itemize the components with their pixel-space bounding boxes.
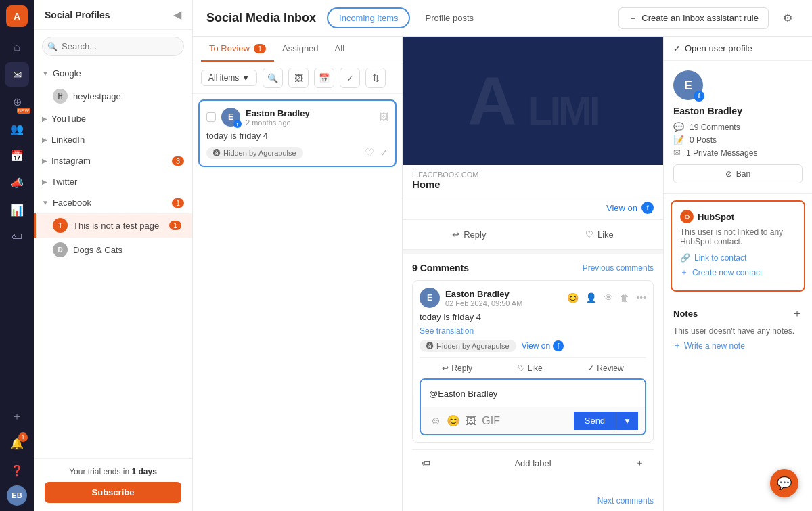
comment-review-btn[interactable]: ✓ Review [587, 363, 623, 373]
sidebar-group-google[interactable]: ▼ Google [34, 63, 192, 84]
filter-all-items[interactable]: All items ▼ [201, 70, 257, 86]
write-note-btn[interactable]: ＋ Write a new note [673, 340, 803, 351]
post-reply-btn[interactable]: ↩ Reply [444, 227, 494, 242]
search-input[interactable] [42, 37, 184, 56]
sidebar-collapse-icon[interactable]: ◀ [173, 8, 181, 21]
user-stat-comments: 💬 19 Comments [673, 122, 803, 132]
sidebar-group-youtube[interactable]: ▶ YouTube [34, 108, 192, 129]
comment-view-on-fb[interactable]: View on f [522, 340, 564, 351]
filter-search-btn[interactable]: 🔍 [263, 68, 283, 88]
nav-megaphone[interactable]: 📣 [5, 171, 29, 195]
notification-badge: 1 [18, 432, 28, 442]
nav-tag[interactable]: 🏷 [5, 225, 29, 249]
add-label-row[interactable]: 🏷 Add label ＋ [412, 449, 654, 476]
like-action-icon[interactable]: ♡ [365, 146, 374, 159]
nav-chart[interactable]: 📊 [5, 198, 29, 222]
prev-comments-link[interactable]: Previous comments [583, 263, 654, 273]
filter-date-btn[interactable]: 📅 [314, 68, 334, 88]
nav-bell[interactable]: 🔔 1 [5, 431, 29, 456]
inbox-filters: All items ▼ 🔍 🖼 📅 ✓ ⇅ [193, 62, 402, 94]
comments-section: 9 Comments Previous comments E Easton Br… [403, 254, 663, 491]
sidebar-group-linkedin-label: LinkedIn [51, 135, 85, 145]
link-to-contact-btn[interactable]: 🔗 Link to contact [680, 253, 796, 263]
reply-input[interactable] [421, 380, 645, 407]
inbox-tab-assigned[interactable]: Assigned [274, 37, 326, 62]
tab-incoming-items[interactable]: Incoming items [327, 7, 410, 28]
send-dropdown-button[interactable]: ▼ [616, 412, 638, 430]
user-fb-badge-icon: f [694, 91, 704, 102]
ban-button[interactable]: ⊘ Ban [673, 164, 803, 183]
subscribe-button[interactable]: Subscribe [45, 482, 181, 503]
filter-image-btn[interactable]: 🖼 [288, 68, 309, 88]
emoji2-icon[interactable]: 😊 [444, 413, 463, 428]
trash-icon[interactable]: 🗑 [620, 292, 629, 303]
sidebar-group-youtube-label: YouTube [51, 114, 86, 124]
sidebar-title: Social Profiles [45, 9, 110, 20]
translate-link[interactable]: See translation [420, 326, 646, 336]
nav-avatar[interactable]: EB [7, 485, 27, 506]
nav-calendar[interactable]: 📅 [5, 143, 29, 168]
post-link-title: Home [412, 179, 654, 190]
sidebar-search-area: 🔍 [34, 30, 192, 63]
app-logo[interactable]: A [6, 5, 28, 27]
sidebar-group-facebook-label: Facebook [53, 198, 91, 208]
post-like-btn[interactable]: ♡ Like [577, 227, 622, 242]
sidebar-item-heytestpage[interactable]: H heytestpage [34, 84, 192, 108]
sidebar-item-test-page[interactable]: T This is not a test page 1 [34, 213, 192, 238]
chevron-down-icon: ▼ [42, 70, 49, 77]
comment-like-btn[interactable]: ♡ Like [518, 363, 543, 373]
link-icon: 🔗 [680, 253, 690, 263]
sidebar-group-facebook[interactable]: ▼ Facebook 1 [34, 192, 192, 213]
hubspot-section: ⚙ HubSpot This user is not linked to any… [671, 200, 805, 292]
sidebar-item-dogs-cats[interactable]: D Dogs & Cats [34, 238, 192, 262]
send-button[interactable]: Send [574, 412, 616, 430]
nav-globe[interactable]: ⊕ [5, 89, 29, 114]
inbox-item-checkbox[interactable] [206, 112, 216, 122]
inbox-item[interactable]: E f Easton Bradley 2 months ago 🖼 today … [198, 99, 397, 167]
sidebar-group-twitter-label: Twitter [51, 177, 77, 187]
review-label: Review [597, 363, 623, 373]
nav-users[interactable]: 👥 [5, 116, 29, 141]
open-user-profile-btn[interactable]: ⤢ Open user profile [673, 43, 752, 53]
hubspot-description: This user is not linked to any HubSpot c… [680, 227, 796, 246]
view-on-facebook-btn[interactable]: View on f [606, 202, 654, 214]
comment-reply-btn[interactable]: ↩ Reply [442, 363, 472, 373]
next-comments-link[interactable]: Next comments [403, 491, 663, 511]
emoji-icon[interactable]: ☺ [428, 414, 444, 428]
sidebar-group-twitter[interactable]: ▶ Twitter [34, 171, 192, 192]
dogs-cats-label: Dogs & Cats [73, 245, 122, 255]
chat-bubble[interactable]: 💬 [770, 469, 798, 497]
user-info: E f Easton Bradley 💬 19 Comments 📝 0 Pos… [664, 61, 812, 194]
chevron-down-icon: ▼ [42, 199, 49, 206]
check-action-icon[interactable]: ✓ [380, 146, 388, 159]
inbox-tab-to-review[interactable]: To Review 1 [201, 37, 274, 62]
filter-check-btn[interactable]: ✓ [340, 68, 360, 88]
add-label-text: Add label [514, 458, 551, 468]
nav-inbox[interactable]: ✉ [5, 62, 29, 87]
comment-hidden-badge: 🅐 Hidden by Agorapulse [420, 340, 516, 352]
nav-help[interactable]: ❓ [5, 458, 29, 483]
inbox-tab-all[interactable]: All [327, 37, 353, 62]
more-icon[interactable]: ••• [636, 292, 646, 303]
user-icon[interactable]: 👤 [585, 292, 597, 303]
image-tool-icon[interactable]: 🖼 [463, 414, 479, 428]
create-rule-button[interactable]: ＋ Create an Inbox assistant rule [618, 7, 769, 29]
eye-icon[interactable]: 👁 [604, 292, 613, 303]
filter-sort-btn[interactable]: ⇅ [365, 68, 386, 88]
inbox-item-author: Easton Bradley [246, 108, 374, 118]
settings-icon[interactable]: ⚙ [777, 7, 798, 29]
nav-home[interactable]: ⌂ [5, 35, 29, 60]
create-new-contact-btn[interactable]: ＋ Create new contact [680, 267, 796, 278]
sidebar-group-linkedin[interactable]: ▶ LinkedIn [34, 129, 192, 150]
sidebar-group-instagram[interactable]: ▶ Instagram 3 [34, 150, 192, 171]
tab-profile-posts[interactable]: Profile posts [413, 7, 486, 28]
chevron-right-icon: ▶ [42, 157, 47, 164]
add-note-icon[interactable]: ＋ [792, 307, 803, 321]
expand-icon: ⤢ [673, 43, 681, 53]
post-link-url: L.FACEBOOK.COM [412, 171, 654, 179]
gif-icon[interactable]: GIF [479, 414, 503, 428]
send-btn-group: Send ▼ [574, 412, 638, 430]
trial-days: 1 days [131, 467, 156, 476]
nav-add[interactable]: ＋ [5, 404, 29, 428]
react-icon[interactable]: 😊 [567, 292, 579, 303]
